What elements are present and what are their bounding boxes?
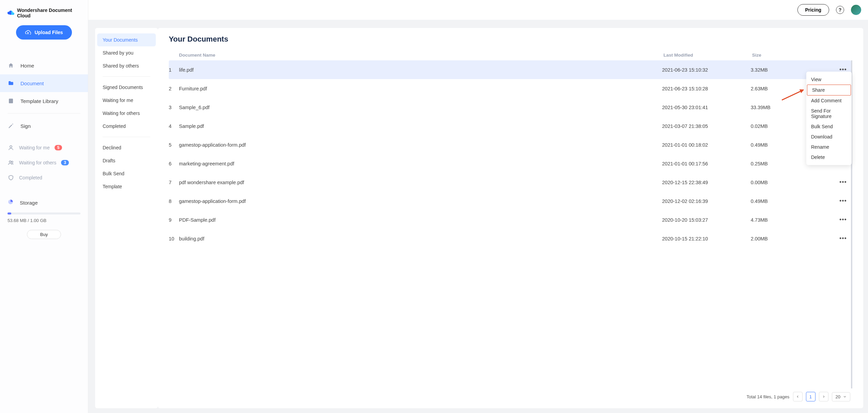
nav-waiting-for-me[interactable]: Waiting for me 5	[0, 140, 88, 155]
upload-files-button[interactable]: Upload Files	[16, 25, 72, 40]
more-actions-icon[interactable]: •••	[839, 197, 847, 204]
shield-check-icon	[8, 174, 14, 181]
folder-icon	[8, 80, 14, 87]
row-modified: 2021-03-07 21:38:05	[662, 123, 751, 129]
row-modified: 2020-10-20 15:03:27	[662, 217, 751, 223]
nav-label: Waiting for others	[19, 160, 56, 165]
context-menu-item[interactable]: Rename	[806, 142, 852, 152]
row-modified: 2020-12-15 22:38:49	[662, 180, 751, 185]
nav-label: Document	[20, 80, 44, 86]
row-index: 4	[169, 123, 179, 129]
context-menu-item[interactable]: Bulk Send	[806, 121, 852, 132]
context-menu-item[interactable]: View	[806, 74, 852, 85]
nav-completed[interactable]: Completed	[0, 170, 88, 185]
table-row[interactable]: 7pdf wondershare example.pdf2020-12-15 2…	[169, 173, 851, 192]
pager-prev-button[interactable]	[793, 392, 803, 401]
page-title: Your Documents	[169, 35, 852, 44]
pager-next-button[interactable]	[819, 392, 828, 401]
content-wrap: Pricing ? Your DocumentsShared by youSha…	[88, 0, 868, 413]
row-modified: 2021-01-01 00:17:56	[662, 161, 751, 166]
table-row[interactable]: 2Furniture.pdf2021-06-23 15:10:282.63MB•…	[169, 79, 851, 98]
secondary-nav-item[interactable]: Your Documents	[97, 33, 156, 46]
more-actions-icon[interactable]: •••	[839, 179, 847, 186]
table-row[interactable]: 4Sample.pdf2021-03-07 21:38:050.02MB•••	[169, 117, 851, 135]
more-actions-icon[interactable]: •••	[839, 235, 847, 242]
row-modified: 2021-06-23 15:10:32	[662, 67, 751, 73]
primary-sidebar: Wondershare Document Cloud Upload Files …	[0, 0, 88, 413]
row-index: 6	[169, 161, 179, 166]
svg-point-2	[9, 161, 11, 162]
page-size-select[interactable]: 20	[832, 392, 850, 401]
col-document-name[interactable]: Document Name	[179, 53, 663, 58]
context-menu-item[interactable]: Share	[807, 85, 851, 95]
table-row[interactable]: 9PDF-Sample.pdf2020-10-20 15:03:274.73MB…	[169, 210, 851, 229]
nav-label: Waiting for me	[19, 145, 50, 150]
row-modified: 2020-10-15 21:22:10	[662, 236, 751, 241]
nav-template-library[interactable]: Template Library	[0, 92, 88, 110]
nav-waiting-for-others[interactable]: Waiting for others 3	[0, 155, 88, 170]
nav-label: Template Library	[20, 98, 58, 104]
table-row[interactable]: 3Sample_6.pdf2021-05-30 23:01:4133.39MB•…	[169, 98, 851, 117]
app-name: Wondershare Document Cloud	[17, 8, 80, 18]
context-menu-item[interactable]: Download	[806, 132, 852, 142]
col-last-modified[interactable]: Last Modified	[663, 53, 752, 58]
table-row[interactable]: 1life.pdf2021-06-23 15:10:323.32MB•••	[169, 60, 851, 79]
table-body: 1life.pdf2021-06-23 15:10:323.32MB•••2Fu…	[169, 60, 852, 388]
more-actions-icon[interactable]: •••	[839, 216, 847, 223]
row-modified: 2020-12-02 02:16:39	[662, 198, 751, 204]
nav-label: Home	[20, 63, 34, 69]
secondary-nav-item[interactable]: Bulk Send	[97, 167, 156, 180]
row-modified: 2021-06-23 15:10:28	[662, 86, 751, 91]
row-document-name: pdf wondershare example.pdf	[179, 180, 662, 185]
secondary-nav-item[interactable]: Declined	[97, 141, 156, 154]
secondary-nav-item[interactable]: Shared by you	[97, 46, 156, 59]
chevron-right-icon	[822, 395, 825, 398]
secondary-nav-item[interactable]: Waiting for me	[97, 94, 156, 107]
cloud-logo-icon	[8, 10, 14, 16]
table-row[interactable]: 5gamestop-application-form.pdf2021-01-01…	[169, 135, 851, 154]
context-menu-item[interactable]: Send For Signature	[806, 106, 852, 121]
secondary-sidebar: Your DocumentsShared by youShared by oth…	[95, 28, 158, 408]
table-row[interactable]: 8gamestop-application-form.pdf2020-12-02…	[169, 192, 851, 210]
row-size: 0.00MB	[751, 180, 839, 185]
storage-label: Storage	[20, 200, 38, 206]
svg-point-1	[10, 146, 12, 148]
row-index: 5	[169, 142, 179, 148]
row-index: 2	[169, 86, 179, 91]
table-row[interactable]: 10building.pdf2020-10-15 21:22:102.00MB•…	[169, 229, 851, 248]
avatar[interactable]	[851, 5, 861, 15]
help-icon[interactable]: ?	[836, 6, 844, 14]
secondary-nav-item[interactable]: Shared by others	[97, 59, 156, 72]
secondary-nav-item[interactable]: Drafts	[97, 154, 156, 167]
row-index: 7	[169, 180, 179, 185]
context-menu-item[interactable]: Delete	[806, 152, 852, 162]
svg-rect-0	[9, 99, 13, 103]
stage: Your DocumentsShared by youShared by oth…	[88, 20, 868, 413]
row-index: 1	[169, 67, 179, 73]
secondary-nav-item[interactable]: Signed Documents	[97, 81, 156, 94]
chevron-left-icon	[796, 395, 799, 398]
context-menu-item[interactable]: Add Comment	[806, 95, 852, 106]
count-badge: 5	[55, 145, 62, 150]
table-row[interactable]: 6marketing-agreement.pdf2021-01-01 00:17…	[169, 154, 851, 173]
nav-sign[interactable]: Sign	[0, 117, 88, 135]
nav-home[interactable]: Home	[0, 57, 88, 74]
col-size[interactable]: Size	[752, 53, 841, 58]
pricing-button[interactable]: Pricing	[797, 4, 829, 16]
secondary-nav-item[interactable]: Completed	[97, 120, 156, 133]
svg-point-3	[12, 161, 13, 163]
app-logo[interactable]: Wondershare Document Cloud	[0, 8, 88, 25]
row-document-name: gamestop-application-form.pdf	[179, 198, 662, 204]
page-size-value: 20	[836, 394, 840, 399]
buy-button[interactable]: Buy	[27, 230, 61, 239]
secondary-nav-item[interactable]: Template	[97, 180, 156, 193]
pager-page-1-button[interactable]: 1	[806, 392, 815, 401]
pen-icon	[8, 122, 14, 129]
row-document-name: marketing-agreement.pdf	[179, 161, 662, 166]
secondary-nav-item[interactable]: Waiting for others	[97, 107, 156, 120]
row-modified: 2021-05-30 23:01:41	[662, 105, 751, 110]
nav-document[interactable]: Document	[0, 74, 88, 92]
context-menu: ViewShareAdd CommentSend For SignatureBu…	[806, 72, 852, 165]
template-icon	[8, 98, 14, 104]
nav-label: Completed	[19, 175, 42, 180]
